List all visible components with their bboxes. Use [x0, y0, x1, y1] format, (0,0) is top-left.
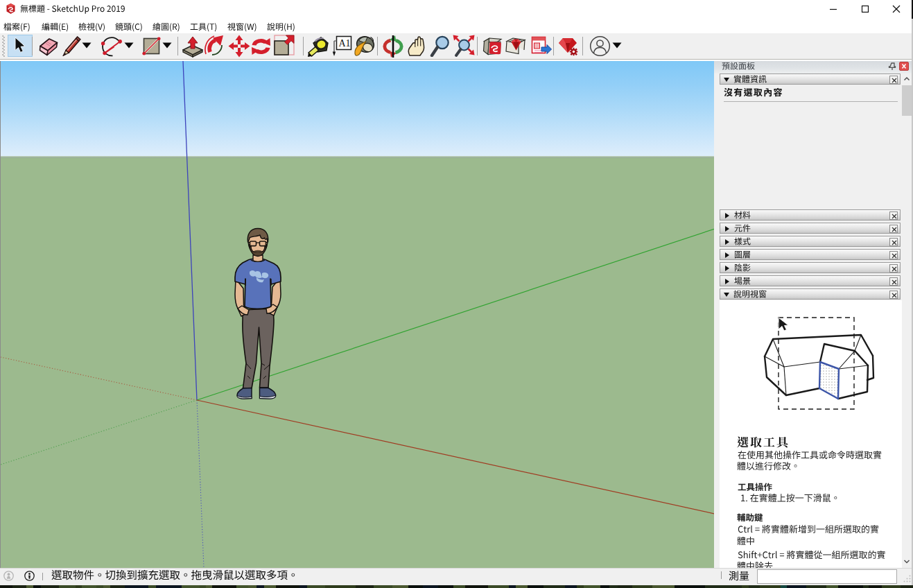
svg-text:A1: A1 [339, 38, 351, 49]
